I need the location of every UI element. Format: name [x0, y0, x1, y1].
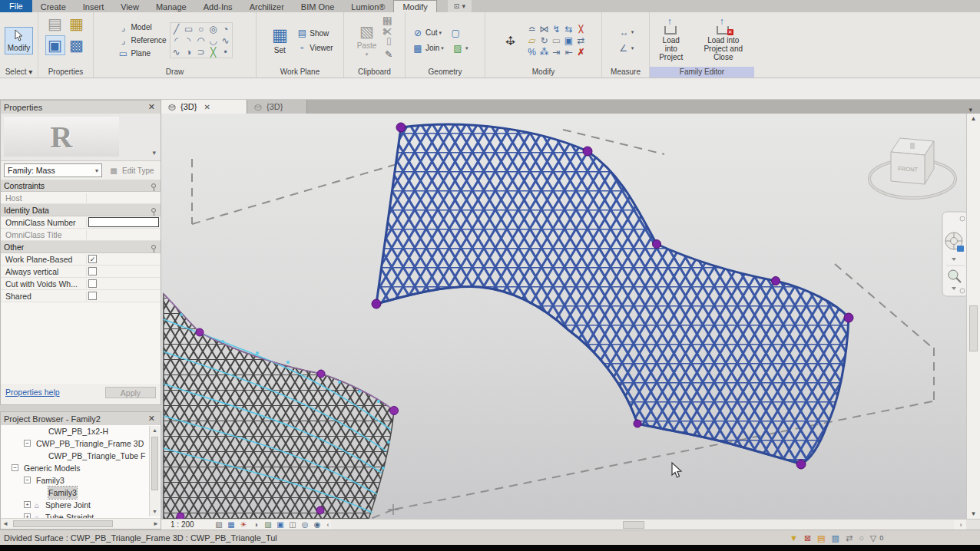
copy-to-clipboard-icon[interactable]: ▯ [382, 35, 395, 46]
tree-item[interactable]: CWP_PB_Triangle_Tube F [1, 450, 161, 462]
browser-horizontal-scrollbar[interactable]: ◄ ► [1, 518, 161, 529]
beam-systems-icon[interactable]: ▢ [449, 27, 462, 38]
scroll-down-icon[interactable]: ▼ [150, 507, 160, 516]
mirror-pick-axis-icon[interactable]: ↯ [551, 23, 563, 35]
canvas-horizontal-scrollbar[interactable] [331, 520, 954, 530]
tree-item[interactable]: +⌂Sphere Joint [1, 499, 161, 511]
properties-close-icon[interactable]: ✕ [146, 102, 157, 112]
crop-region-icon[interactable]: ▧ [214, 520, 224, 530]
scroll-right-icon[interactable]: › [955, 521, 966, 529]
viewcube[interactable]: FRONT [869, 138, 955, 198]
drawing-area[interactable]: FRONT [161, 114, 966, 519]
family-types-icon[interactable]: ▦ [67, 14, 87, 34]
row-omniclass-number[interactable]: OmniClass Number [1, 216, 161, 229]
row-shared[interactable]: Shared [1, 290, 161, 302]
draw-ellipse-icon[interactable]: ◑ [183, 46, 195, 58]
draw-arc-center-icon[interactable]: ◝ [183, 35, 195, 46]
align-icon[interactable]: ≏ [526, 23, 538, 35]
match-type-icon[interactable]: ✎ [382, 48, 395, 60]
reference-line-label[interactable]: Reference [131, 36, 166, 45]
show-work-plane-button[interactable]: ▤Show [296, 28, 333, 39]
tab-create[interactable]: Create [32, 0, 74, 12]
tab-bim-one[interactable]: BIM One [293, 0, 343, 12]
tab-manage[interactable]: Manage [147, 0, 195, 12]
family-category-icon[interactable]: ▤ [45, 14, 65, 34]
tree-item[interactable]: CWP_PB_1x2-H [1, 425, 161, 437]
model-line-label[interactable]: Model [131, 23, 151, 31]
draw-spline-icon[interactable]: ∿ [220, 35, 232, 46]
scroll-left-icon[interactable]: ◄ [2, 519, 10, 529]
panel-select-label[interactable]: Select ▾ [0, 67, 38, 78]
reveal-hidden-elements-icon[interactable]: ◉ [313, 520, 323, 530]
draw-arc-fillet-icon[interactable]: ◡ [207, 35, 220, 46]
scrollbar-thumb[interactable] [13, 520, 113, 527]
preview-caret-icon[interactable]: ▾ [152, 149, 156, 157]
join-geometry-button[interactable]: ▩ Join ▾ ▨ ▾ [412, 42, 468, 54]
tree-item-selected[interactable]: Family3 [1, 487, 161, 499]
draw-arc-start-end-icon[interactable]: ◜ [171, 35, 183, 46]
draw-line-icon[interactable]: ╱ [171, 23, 183, 35]
properties-palette-toggle-icon[interactable]: ▣ [45, 35, 65, 55]
array-icon[interactable]: ⁂ [538, 46, 551, 58]
filter-icon[interactable]: ▽ [870, 533, 876, 543]
draw-point-icon[interactable]: • [220, 46, 232, 58]
tab-lumion[interactable]: Lumion® [343, 0, 393, 12]
view-tab-3d-inactive[interactable]: {3D} [247, 100, 307, 114]
always-vertical-checkbox[interactable] [88, 267, 97, 276]
cut-geometry-button[interactable]: ⊘ Cut ▾ ▢ [412, 27, 462, 38]
tab-archilizer[interactable]: Archilizer [241, 0, 293, 12]
gray-divided-surface[interactable] [164, 294, 399, 519]
draw-circumscribed-polygon-icon[interactable]: ◔ [220, 23, 232, 35]
apply-button[interactable]: Apply [105, 387, 156, 398]
canvas-vertical-scrollbar[interactable]: ▲ ▼ [966, 114, 980, 519]
shadows-icon[interactable]: ◑ [251, 520, 261, 530]
host-value[interactable] [87, 192, 161, 203]
project-browser-close-icon[interactable]: ✕ [146, 414, 157, 424]
family-types-dialog-icon[interactable]: ▩ [67, 35, 87, 55]
row-always-vertical[interactable]: Always vertical [1, 266, 161, 278]
omniclass-title-value[interactable] [87, 229, 161, 240]
section-constraints[interactable]: Constraints [1, 180, 161, 192]
tab-view[interactable]: View [112, 0, 147, 12]
scrollbar-thumb[interactable] [969, 305, 978, 351]
tab-modify[interactable]: Modify [393, 0, 436, 12]
omniclass-number-input[interactable] [88, 217, 159, 227]
properties-help-link[interactable]: Properties help [5, 388, 60, 397]
trim-extend-multiple-icon[interactable]: ⇤ [563, 46, 575, 58]
mirror-draw-axis-icon[interactable]: ⇆ [563, 23, 575, 35]
editable-only-icon[interactable]: ○ [859, 533, 864, 543]
view-tab-list-caret-icon[interactable]: ▾ [968, 106, 972, 114]
row-omniclass-title[interactable]: OmniClass Title [1, 229, 161, 241]
cut-with-voids-checkbox[interactable] [88, 279, 97, 288]
press-drag-icon[interactable]: ⇄ [846, 533, 853, 543]
tab-add-ins[interactable]: Add-Ins [195, 0, 241, 12]
scroll-up-icon[interactable]: ▲ [967, 115, 980, 122]
type-selector-dropdown[interactable]: Family: Mass▾ [4, 163, 102, 177]
tree-item[interactable]: −CWP_PB_Triangle_Frame 3D [1, 437, 161, 450]
scale-icon[interactable]: ▣ [563, 35, 575, 46]
work-plane-viewer-button[interactable]: ▫Viewer [296, 42, 333, 54]
draw-pick-lines-icon[interactable]: ╳ [207, 46, 220, 58]
tree-item[interactable]: −Family3 [1, 474, 161, 487]
row-host[interactable]: Host [1, 192, 161, 204]
palette-divider[interactable] [0, 405, 161, 411]
navigation-bar[interactable] [942, 212, 966, 296]
selected-divided-surface[interactable] [372, 123, 853, 469]
cope-icon[interactable]: ▱ [526, 35, 538, 46]
set-work-plane-button[interactable]: ▦ Set [267, 24, 293, 57]
reference-plane-label[interactable]: Plane [131, 49, 151, 58]
shared-checkbox[interactable] [88, 292, 97, 300]
temporary-hide-isolate-icon[interactable]: ◎ [300, 520, 310, 530]
rotate-icon[interactable]: ↻ [538, 35, 551, 46]
scrollbar-thumb[interactable] [151, 437, 158, 490]
worksets-icon[interactable]: ▼ [790, 533, 798, 543]
draw-partial-ellipse-icon[interactable]: ⊃ [195, 46, 207, 58]
row-work-plane-based[interactable]: Work Plane-Based✓ [1, 253, 161, 266]
tab-file[interactable]: File [0, 0, 32, 12]
modify-tool-button[interactable]: Modify [5, 27, 33, 54]
section-identity-data[interactable]: Identity Data [1, 204, 161, 216]
sun-path-icon[interactable]: ☀ [239, 520, 249, 530]
scrollbar-thumb[interactable] [623, 521, 644, 529]
group-icon[interactable]: % [526, 46, 538, 58]
load-into-project-button[interactable]: ↑ Load into Project [653, 18, 689, 62]
